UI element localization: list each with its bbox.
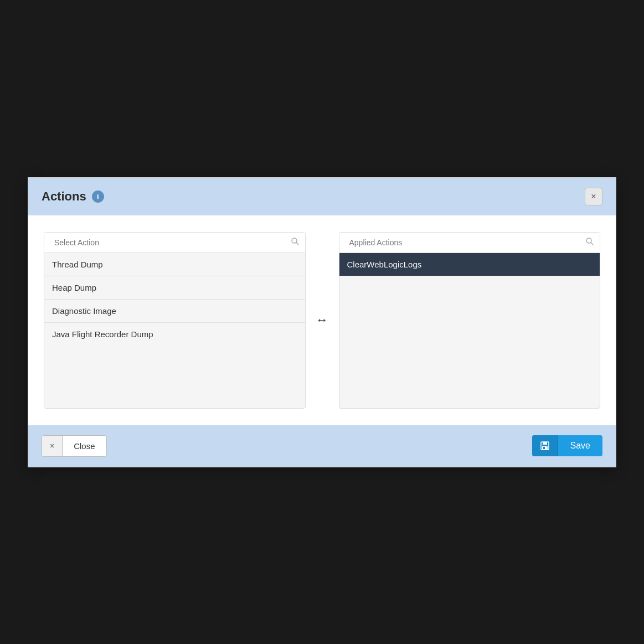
close-button-label: Close [63,436,106,456]
svg-rect-7 [543,447,545,449]
list-item[interactable]: Java Flight Recorder Dump [44,323,305,346]
actions-dialog: Actions i × Thread Dump [28,177,616,467]
save-icon [532,435,558,456]
select-action-input[interactable] [50,233,291,253]
transfer-icon[interactable]: ↔ [316,313,328,327]
dialog-body: Thread Dump Heap Dump Diagnostic Image J… [28,215,616,425]
save-button[interactable]: Save [532,435,602,456]
applied-actions-list: ClearWebLogicLogs [339,253,600,408]
close-button-x: × [42,436,63,456]
header-left: Actions i [42,189,104,204]
list-item[interactable]: Thread Dump [44,253,305,276]
svg-rect-5 [543,442,547,445]
info-icon[interactable]: i [92,190,104,203]
select-action-list: Thread Dump Heap Dump Diagnostic Image J… [44,253,305,408]
select-action-panel: Thread Dump Heap Dump Diagnostic Image J… [44,232,306,409]
dialog-close-button[interactable]: × [585,188,602,205]
panels-row: Thread Dump Heap Dump Diagnostic Image J… [44,232,600,409]
save-button-label: Save [558,435,602,456]
applied-actions-panel: ClearWebLogicLogs [339,232,601,409]
applied-actions-search-bar [339,233,600,253]
list-item[interactable]: ClearWebLogicLogs [339,253,600,276]
select-action-search-bar [44,233,305,253]
list-item[interactable]: Heap Dump [44,276,305,300]
svg-line-3 [591,243,593,245]
applied-actions-search-icon [585,237,594,248]
dialog-header: Actions i × [28,178,616,215]
list-item[interactable]: Diagnostic Image [44,300,305,323]
dialog-title: Actions [42,189,86,204]
close-button[interactable]: × Close [42,435,107,457]
applied-actions-input[interactable] [345,233,586,253]
select-action-search-icon [291,237,300,248]
transfer-button-area: ↔ [306,313,339,327]
dialog-footer: × Close Save [28,425,616,467]
svg-line-1 [296,243,298,245]
